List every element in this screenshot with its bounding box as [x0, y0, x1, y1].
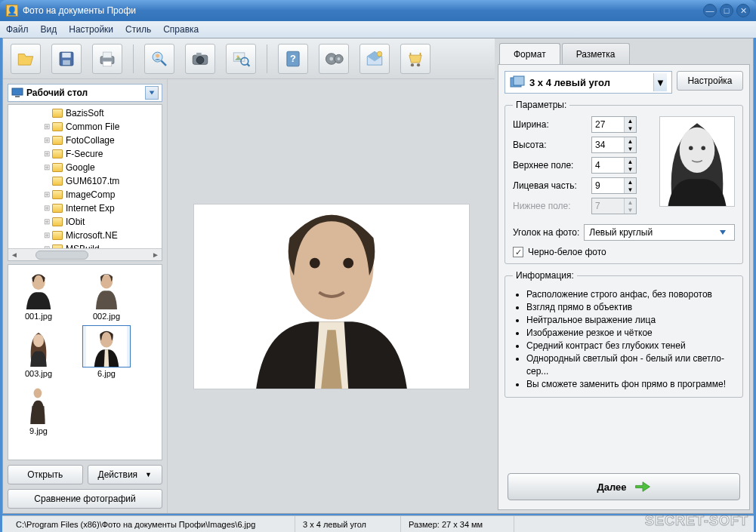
folder-icon: [52, 190, 63, 199]
menu-view[interactable]: Вид: [41, 24, 57, 35]
svg-point-42: [377, 51, 382, 57]
folder-icon: [52, 122, 63, 131]
thumbnail-caption: 001.jpg: [25, 312, 52, 321]
location-combo[interactable]: Рабочий стол: [8, 84, 162, 102]
sample-preview: [659, 116, 735, 207]
folder-icon: [52, 217, 63, 226]
chevron-down-icon[interactable]: ▼: [653, 73, 667, 91]
svg-rect-50: [514, 76, 524, 85]
svg-line-35: [247, 63, 249, 66]
save-icon[interactable]: [51, 44, 82, 74]
preset-icon: [510, 75, 525, 89]
minimize-button[interactable]: ―: [703, 4, 717, 17]
chevron-down-icon[interactable]: [145, 86, 159, 100]
tab-format[interactable]: Формат: [499, 43, 560, 64]
next-button[interactable]: Далее: [508, 473, 740, 500]
info-item: Средний контраст без глубоких теней: [526, 340, 735, 352]
bw-checkbox[interactable]: ✓Черно-белое фото: [513, 247, 735, 257]
preset-combo[interactable]: 3 x 4 левый угол ▼: [505, 71, 672, 94]
zoom-user-icon[interactable]: [144, 44, 174, 74]
titlebar: 👤 Фото на документы Профи ― □ ✕: [0, 0, 756, 21]
open-button[interactable]: Открыть: [8, 465, 83, 484]
tree-item[interactable]: ⊞Internet Exp: [43, 201, 162, 215]
top-stepper[interactable]: 4▲▼: [591, 157, 637, 174]
corner-select[interactable]: Левый круглый: [584, 224, 735, 241]
tree-item[interactable]: ⊞IObit: [43, 215, 162, 229]
width-stepper[interactable]: 27▲▼: [591, 116, 637, 133]
tree-item[interactable]: ⊞Common File: [43, 120, 162, 134]
svg-rect-48: [15, 96, 20, 97]
folder-icon: [52, 136, 63, 145]
tree-scrollbar[interactable]: ◄ ►: [8, 248, 162, 260]
folder-icon: [52, 149, 63, 158]
tree-item[interactable]: ⊞FotoCollage: [43, 134, 162, 147]
scroll-right-icon[interactable]: ►: [150, 250, 162, 260]
actions-button[interactable]: Действия▼: [88, 465, 163, 484]
scroll-thumb[interactable]: [35, 251, 88, 260]
folder-icon: [52, 231, 63, 240]
svg-point-46: [417, 63, 420, 66]
thumbnail[interactable]: 001.jpg: [11, 268, 66, 321]
folder-tree[interactable]: BazisSoft⊞Common File⊞FotoCollage⊞F-Secu…: [8, 104, 162, 261]
tree-item[interactable]: ⊞ImageComp: [43, 188, 162, 201]
preset-value: 3 x 4 левый угол: [529, 77, 610, 88]
tree-item[interactable]: ⊞Microsoft.NE: [43, 229, 162, 242]
bottom-stepper: 7▲▼: [591, 198, 637, 214]
info-item: Расположение строго анфас, без поворотов: [526, 288, 735, 301]
main-preview: [194, 204, 469, 389]
help-icon[interactable]: ?: [278, 44, 308, 74]
thumbnail[interactable]: 9.jpg: [11, 383, 66, 435]
svg-text:?: ?: [290, 53, 296, 64]
height-stepper[interactable]: 34▲▼: [591, 137, 637, 153]
svg-point-40: [329, 57, 333, 60]
maximize-button[interactable]: □: [720, 4, 733, 17]
open-icon[interactable]: [11, 44, 41, 74]
thumbnail-caption: 002.jpg: [93, 312, 120, 321]
status-size: Размер: 27 x 34 мм: [401, 516, 514, 532]
compare-button[interactable]: Сравнение фотографий: [8, 489, 162, 509]
svg-point-30: [196, 56, 204, 63]
folder-icon: [52, 163, 63, 172]
monitor-icon: [11, 88, 23, 98]
chevron-down-icon[interactable]: [716, 226, 730, 239]
svg-line-28: [161, 60, 166, 66]
svg-rect-24: [103, 52, 111, 57]
svg-point-45: [411, 63, 414, 66]
tree-item[interactable]: BazisSoft: [43, 106, 162, 120]
folder-icon: [52, 177, 63, 186]
menu-style[interactable]: Стиль: [125, 24, 151, 35]
find-photo-icon[interactable]: [226, 44, 256, 74]
watermark: SECRET-SOFT: [645, 513, 748, 529]
print-icon[interactable]: [92, 44, 122, 74]
thumbnail-caption: 6.jpg: [97, 369, 116, 378]
svg-rect-21: [62, 52, 70, 57]
info-item: Взгляд прямо в объектив: [526, 301, 735, 314]
video-icon[interactable]: [319, 44, 349, 74]
thumbnail[interactable]: 003.jpg: [11, 325, 66, 378]
svg-rect-47: [12, 88, 23, 95]
thumbnail-grid: 001.jpg002.jpg003.jpg6.jpg9.jpg: [8, 264, 162, 460]
left-pane: Рабочий стол BazisSoft⊞Common File⊞FotoC…: [3, 79, 168, 513]
scroll-left-icon[interactable]: ◄: [8, 250, 20, 260]
wizard-icon[interactable]: [359, 44, 390, 74]
location-value: Рабочий стол: [26, 88, 88, 98]
thumbnail[interactable]: 002.jpg: [79, 268, 134, 321]
face-stepper[interactable]: 9▲▼: [591, 177, 637, 194]
menu-file[interactable]: Файл: [6, 24, 29, 35]
corner-label: Уголок на фото:: [513, 227, 579, 238]
tree-item[interactable]: ⊞F-Secure: [43, 147, 162, 161]
config-button[interactable]: Настройка: [677, 71, 743, 91]
preview-area: [168, 79, 495, 513]
thumbnail[interactable]: 6.jpg: [79, 325, 134, 378]
tree-item[interactable]: GUM6107.tm: [43, 174, 162, 188]
tree-item[interactable]: ⊞Google: [43, 161, 162, 174]
tab-layout[interactable]: Разметка: [562, 43, 630, 64]
cart-icon[interactable]: [400, 44, 430, 74]
window-title: Фото на документы Профи: [23, 5, 703, 16]
close-button[interactable]: ✕: [736, 4, 750, 17]
svg-point-27: [156, 54, 159, 57]
menu-settings[interactable]: Настройки: [69, 24, 113, 35]
svg-point-41: [338, 57, 341, 60]
camera-icon[interactable]: [185, 44, 215, 74]
menu-help[interactable]: Справка: [163, 24, 199, 35]
